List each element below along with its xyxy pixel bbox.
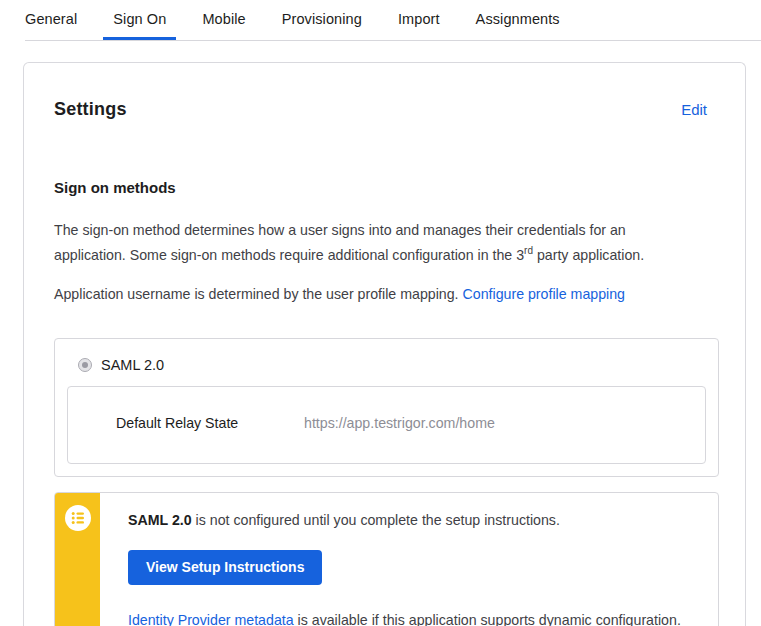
- description-line-2-end: party application.: [533, 247, 644, 263]
- saml-method-box: SAML 2.0 Default Relay State https://app…: [54, 338, 719, 477]
- setup-warning-callout: SAML 2.0 is not configured until you com…: [54, 492, 719, 626]
- warning-band: [55, 493, 100, 626]
- metadata-note-text: is available if this application support…: [294, 612, 681, 626]
- edit-link[interactable]: Edit: [681, 101, 707, 118]
- saml-radio-row: SAML 2.0: [67, 353, 706, 373]
- default-relay-state-label: Default Relay State: [116, 415, 304, 431]
- tab-provisioning[interactable]: Provisioning: [272, 0, 372, 40]
- page-title: Settings: [54, 99, 127, 120]
- view-setup-instructions-button[interactable]: View Setup Instructions: [128, 550, 322, 585]
- description-line-2: application. Some sign-on methods requir…: [54, 247, 524, 263]
- tab-assignments[interactable]: Assignments: [466, 0, 570, 40]
- tab-import[interactable]: Import: [388, 0, 450, 40]
- username-mapping-text: Application username is determined by th…: [54, 286, 463, 302]
- identity-provider-metadata-link[interactable]: Identity Provider metadata: [128, 612, 294, 626]
- sign-on-methods-heading: Sign on methods: [54, 179, 719, 196]
- configure-profile-mapping-link[interactable]: Configure profile mapping: [463, 286, 625, 302]
- metadata-note: Identity Provider metadata is available …: [128, 610, 698, 626]
- warning-content: SAML 2.0 is not configured until you com…: [100, 493, 718, 626]
- warning-message-text: is not configured until you complete the…: [192, 512, 560, 528]
- description-line-1: The sign-on method determines how a user…: [54, 222, 626, 238]
- app-tab-bar: General Sign On Mobile Provisioning Impo…: [25, 0, 761, 41]
- settings-card: Settings Edit Sign on methods The sign-o…: [23, 62, 746, 626]
- tab-mobile[interactable]: Mobile: [192, 0, 255, 40]
- default-relay-state-value: https://app.testrigor.com/home: [304, 415, 495, 431]
- tab-sign-on[interactable]: Sign On: [103, 0, 176, 40]
- saml-radio-label: SAML 2.0: [101, 357, 164, 373]
- settings-card-header: Settings Edit: [54, 87, 719, 132]
- ordinal-superscript: rd: [524, 245, 533, 256]
- warning-message: SAML 2.0 is not configured until you com…: [128, 510, 698, 531]
- tab-general[interactable]: General: [25, 0, 87, 40]
- warning-method-name: SAML 2.0: [128, 512, 192, 528]
- sign-on-methods-description: The sign-on method determines how a user…: [54, 218, 719, 268]
- saml-radio-button[interactable]: [78, 358, 92, 372]
- setup-instructions-icon: [65, 505, 91, 531]
- username-mapping-note: Application username is determined by th…: [54, 282, 719, 307]
- relay-state-box: Default Relay State https://app.testrigo…: [67, 386, 706, 464]
